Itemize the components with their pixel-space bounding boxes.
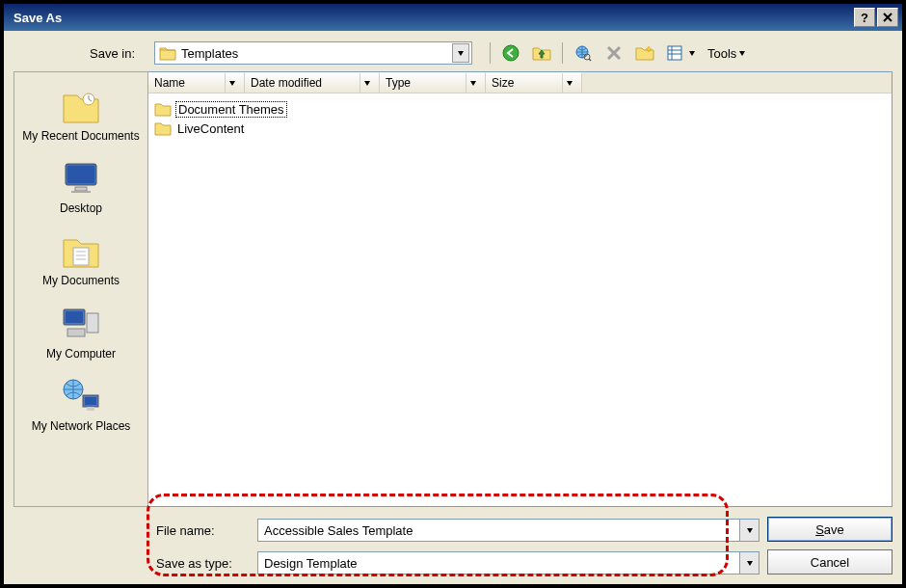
svg-rect-9 — [73, 248, 89, 265]
chevron-down-icon — [747, 561, 753, 566]
column-date-modified[interactable]: Date modified — [245, 72, 380, 93]
desktop-icon — [58, 156, 104, 199]
savetype-input[interactable] — [258, 552, 739, 574]
svg-rect-8 — [71, 191, 91, 193]
filename-label: File name: — [156, 523, 248, 538]
column-dropdown[interactable] — [466, 73, 479, 93]
place-my-computer[interactable]: My Computer — [18, 298, 144, 364]
column-dropdown[interactable] — [225, 73, 238, 93]
file-name: LiveContent — [175, 121, 246, 136]
recent-documents-icon — [58, 84, 104, 126]
place-label: My Computer — [46, 348, 116, 361]
save-button[interactable]: Save — [767, 517, 893, 542]
save-in-label: Save in: — [13, 46, 148, 61]
svg-rect-3 — [668, 46, 681, 60]
file-item[interactable]: Document Themes — [154, 99, 886, 119]
save-in-row: Save in: Templates — [13, 39, 893, 67]
chevron-down-icon — [458, 51, 464, 56]
column-dropdown[interactable] — [360, 73, 373, 93]
chevron-down-icon — [739, 51, 745, 56]
places-bar: My Recent Documents Desktop My Documents — [13, 71, 148, 507]
globe-search-icon — [574, 44, 592, 62]
window-controls: ? — [854, 8, 898, 27]
title-bar: Save As ? — [4, 4, 902, 31]
help-button[interactable]: ? — [854, 8, 875, 27]
savetype-combo[interactable] — [257, 551, 759, 575]
place-desktop[interactable]: Desktop — [18, 152, 144, 219]
file-item[interactable]: LiveContent — [154, 119, 886, 138]
tools-label: Tools — [707, 46, 736, 61]
place-label: Desktop — [60, 202, 102, 215]
new-folder-button[interactable] — [632, 41, 657, 65]
file-list[interactable]: Document Themes LiveContent — [148, 94, 892, 506]
toolbar: Tools — [488, 41, 749, 65]
filename-dropdown-button[interactable] — [739, 520, 759, 541]
svg-rect-11 — [66, 311, 83, 323]
new-folder-icon — [635, 44, 654, 62]
window-title: Save As — [8, 11, 854, 25]
delete-x-icon — [606, 45, 622, 61]
column-name[interactable]: Name — [148, 72, 245, 93]
chevron-down-icon — [689, 51, 695, 56]
search-web-button[interactable] — [571, 41, 596, 65]
chevron-down-icon — [747, 528, 753, 533]
column-type[interactable]: Type — [380, 72, 486, 93]
save-in-dropdown-button[interactable] — [452, 43, 469, 63]
folder-up-icon — [532, 44, 551, 62]
filename-fields: File name: Save as type: — [156, 513, 759, 575]
place-label: My Recent Documents — [22, 130, 139, 143]
svg-rect-6 — [67, 166, 94, 183]
filename-input[interactable] — [258, 520, 739, 541]
svg-rect-17 — [87, 407, 94, 411]
up-one-level-button[interactable] — [529, 41, 554, 65]
place-label: My Network Places — [32, 420, 131, 433]
my-documents-icon — [58, 228, 104, 271]
savetype-dropdown-button[interactable] — [739, 552, 759, 574]
file-name: Document Themes — [175, 101, 287, 118]
close-button[interactable] — [877, 8, 898, 27]
column-dropdown[interactable] — [562, 73, 575, 93]
close-icon — [883, 13, 893, 22]
views-button[interactable] — [663, 41, 698, 65]
column-headers: Name Date modified Type Size — [148, 72, 892, 94]
folder-icon — [154, 101, 172, 117]
svg-point-0 — [503, 45, 519, 61]
save-in-value: Templates — [181, 46, 447, 61]
back-button[interactable] — [498, 41, 523, 65]
place-my-documents[interactable]: My Documents — [18, 225, 144, 291]
save-as-dialog: Save As ? Save in: Templates — [0, 0, 906, 588]
cancel-button[interactable]: Cancel — [767, 549, 893, 575]
svg-rect-13 — [67, 329, 85, 336]
file-list-area: Name Date modified Type Size Document Th… — [148, 71, 893, 507]
svg-rect-12 — [87, 313, 98, 333]
place-network-places[interactable]: My Network Places — [18, 370, 144, 437]
savetype-label: Save as type: — [156, 556, 248, 571]
place-recent-documents[interactable]: My Recent Documents — [18, 80, 144, 147]
network-places-icon — [58, 374, 104, 416]
tools-menu[interactable]: Tools — [704, 46, 749, 61]
views-icon — [667, 45, 686, 61]
folder-icon — [154, 120, 172, 136]
filename-combo[interactable] — [257, 519, 759, 542]
back-arrow-icon — [502, 44, 520, 62]
svg-rect-16 — [85, 397, 96, 405]
save-in-combo[interactable]: Templates — [154, 41, 472, 65]
delete-button[interactable] — [601, 41, 626, 65]
place-label: My Documents — [42, 275, 120, 287]
svg-rect-7 — [75, 187, 87, 191]
my-computer-icon — [58, 302, 104, 344]
folder-icon — [159, 45, 176, 61]
column-size[interactable]: Size — [486, 72, 582, 93]
